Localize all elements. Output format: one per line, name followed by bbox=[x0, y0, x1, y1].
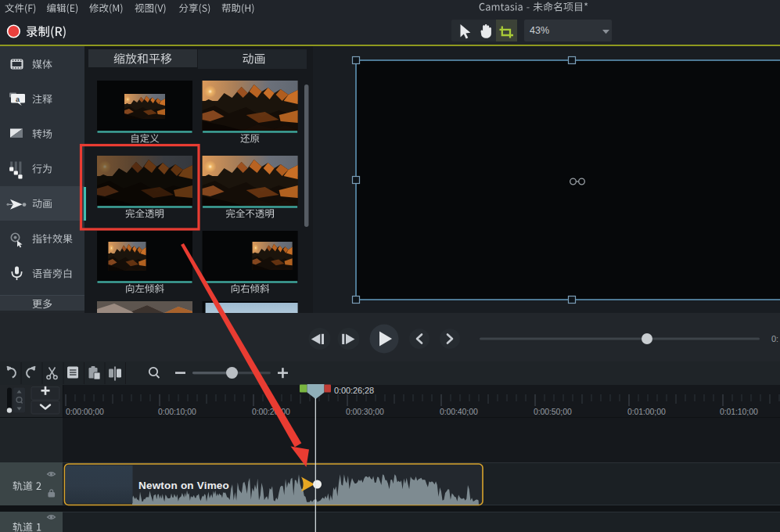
svg-text:Newton on Vimeo: Newton on Vimeo bbox=[138, 480, 229, 491]
